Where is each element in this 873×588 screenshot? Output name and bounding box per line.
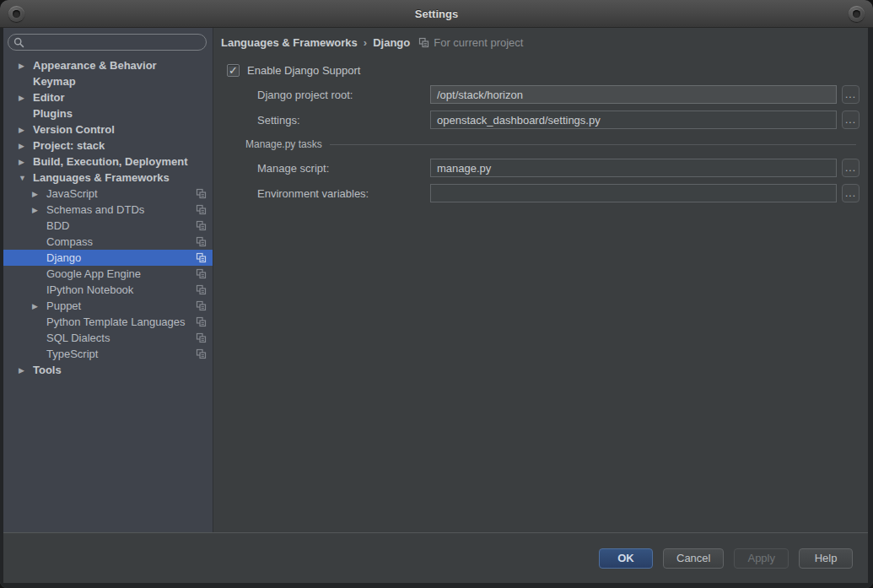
tree-item-label: Plugins	[33, 107, 73, 120]
tree-item-label: Version Control	[33, 123, 115, 136]
per-project-settings-icon	[196, 284, 207, 295]
tree-item-editor[interactable]: ▶Editor	[3, 89, 213, 105]
tree-item-label: Django	[46, 251, 81, 264]
django-project-root-row: Django project root:...	[257, 85, 868, 104]
chevron-right-icon[interactable]: ▶	[19, 122, 33, 138]
tree-item-label: Compass	[46, 235, 93, 248]
manage-script-label: Manage script:	[257, 162, 430, 175]
breadcrumb: Languages & Frameworks › Django For curr…	[221, 35, 868, 50]
per-project-settings-icon	[196, 188, 207, 199]
per-project-settings-icon	[196, 300, 207, 311]
manage-script-row: Manage script:...	[257, 159, 868, 177]
settings-browse-button[interactable]: ...	[842, 111, 860, 129]
tree-item-label: JavaScript	[46, 187, 98, 200]
tree-item-label: Google App Engine	[46, 267, 141, 280]
content-area: ▶Appearance & BehaviorKeymap▶EditorPlugi…	[3, 28, 868, 532]
scope-note-label: For current project	[434, 36, 523, 49]
tree-item-languages-frameworks[interactable]: ▼Languages & Frameworks	[3, 170, 213, 186]
tree-item-sql-dialects[interactable]: SQL Dialects	[3, 330, 213, 346]
tree-item-label: SQL Dialects	[46, 332, 110, 344]
tree-item-label: BDD	[46, 219, 69, 232]
chevron-right-icon[interactable]: ▶	[19, 58, 33, 74]
search-icon	[13, 37, 24, 48]
scope-note: For current project	[418, 36, 523, 49]
settings-label: Settings:	[257, 114, 430, 127]
close-button[interactable]	[849, 6, 865, 22]
ok-button[interactable]: OK	[599, 548, 653, 569]
search-box[interactable]	[8, 34, 207, 51]
tree-item-python-template-languages[interactable]: Python Template Languages	[3, 314, 213, 330]
tree-item-django[interactable]: Django	[3, 250, 213, 266]
environment-variables-row: Environment variables:...	[257, 184, 868, 202]
chevron-right-icon[interactable]: ▶	[19, 138, 33, 154]
chevron-right-icon[interactable]: ▶	[32, 202, 46, 218]
tree-item-label: Puppet	[46, 299, 81, 312]
tree-item-project-stack[interactable]: ▶Project: stack	[3, 138, 213, 154]
tree-item-keymap[interactable]: Keymap	[3, 73, 213, 89]
per-project-settings-icon	[196, 268, 207, 279]
chevron-right-icon[interactable]: ▶	[19, 363, 33, 379]
django-project-root-browse-button[interactable]: ...	[842, 85, 860, 104]
tree-item-schemas-and-dtds[interactable]: ▶Schemas and DTDs	[3, 202, 213, 218]
tree-item-label: Project: stack	[33, 139, 105, 152]
titlebar[interactable]: Settings	[0, 0, 873, 28]
tree-item-tools[interactable]: ▶Tools	[3, 362, 213, 378]
per-project-settings-icon	[196, 316, 207, 327]
manage-script-input[interactable]	[430, 159, 837, 177]
enable-django-row: ✓ Enable Django Support	[227, 62, 868, 78]
help-button[interactable]: Help	[799, 548, 853, 569]
tree-item-appearance-behavior[interactable]: ▶Appearance & Behavior	[3, 57, 213, 73]
tree-item-label: Schemas and DTDs	[46, 203, 144, 216]
breadcrumb-separator: ›	[364, 36, 367, 49]
settings-row: Settings:...	[257, 111, 868, 129]
settings-dialog: Settings ▶Appearance & BehaviorKeymap▶Ed…	[0, 0, 873, 588]
chevron-down-icon[interactable]: ▼	[19, 170, 33, 186]
chevron-right-icon[interactable]: ▶	[32, 299, 46, 315]
settings-input[interactable]	[430, 111, 837, 129]
tree-item-compass[interactable]: Compass	[3, 234, 213, 250]
tree-item-typescript[interactable]: TypeScript	[3, 346, 213, 362]
managepy-section-header: Manage.py tasks	[245, 138, 856, 151]
search-input[interactable]	[28, 36, 199, 48]
section-divider	[330, 144, 856, 145]
breadcrumb-parent[interactable]: Languages & Frameworks	[221, 36, 358, 49]
apply-button: Apply	[734, 548, 789, 569]
chevron-right-icon[interactable]: ▶	[19, 90, 33, 106]
per-project-settings-icon	[196, 332, 207, 343]
tree-item-label: Python Template Languages	[46, 316, 186, 328]
window-menu-button[interactable]	[8, 6, 24, 22]
tree-item-label: Editor	[33, 91, 65, 104]
managepy-fields: Manage script:...Environment variables:.…	[221, 159, 868, 202]
tree-item-bdd[interactable]: BDD	[3, 218, 213, 234]
manage-script-browse-button[interactable]: ...	[842, 159, 860, 177]
tree-item-label: Appearance & Behavior	[33, 59, 157, 72]
dialog-button-bar: OKCancelApplyHelp	[3, 532, 868, 583]
tree-item-version-control[interactable]: ▶Version Control	[3, 121, 213, 138]
settings-tree: ▶Appearance & BehaviorKeymap▶EditorPlugi…	[3, 57, 213, 532]
chevron-right-icon[interactable]: ▶	[32, 186, 46, 202]
per-project-settings-icon	[196, 220, 207, 231]
tree-item-ipython-notebook[interactable]: IPython Notebook	[3, 282, 213, 298]
enable-django-checkbox[interactable]: ✓	[227, 64, 240, 77]
tree-item-label: Tools	[33, 364, 62, 376]
tree-item-puppet[interactable]: ▶Puppet	[3, 298, 213, 314]
cancel-button[interactable]: Cancel	[663, 548, 724, 569]
environment-variables-browse-button[interactable]: ...	[842, 184, 860, 202]
tree-item-javascript[interactable]: ▶JavaScript	[3, 186, 213, 202]
per-project-settings-icon	[196, 236, 207, 247]
django-project-root-input[interactable]	[430, 85, 837, 104]
environment-variables-label: Environment variables:	[257, 187, 430, 200]
tree-item-google-app-engine[interactable]: Google App Engine	[3, 266, 213, 282]
chevron-right-icon[interactable]: ▶	[19, 154, 33, 170]
environment-variables-input[interactable]	[430, 184, 837, 202]
tree-item-label: Keymap	[33, 75, 76, 88]
tree-item-label: TypeScript	[46, 348, 98, 360]
tree-item-label: Build, Execution, Deployment	[33, 155, 187, 168]
tree-item-build-execution-deployment[interactable]: ▶Build, Execution, Deployment	[3, 154, 213, 170]
django-project-root-label: Django project root:	[257, 89, 430, 101]
window-frame: ▶Appearance & BehaviorKeymap▶EditorPlugi…	[0, 28, 873, 588]
enable-django-label: Enable Django Support	[247, 64, 360, 77]
window-title: Settings	[415, 8, 458, 20]
tree-item-plugins[interactable]: Plugins	[3, 105, 213, 121]
per-project-settings-icon	[196, 252, 207, 263]
